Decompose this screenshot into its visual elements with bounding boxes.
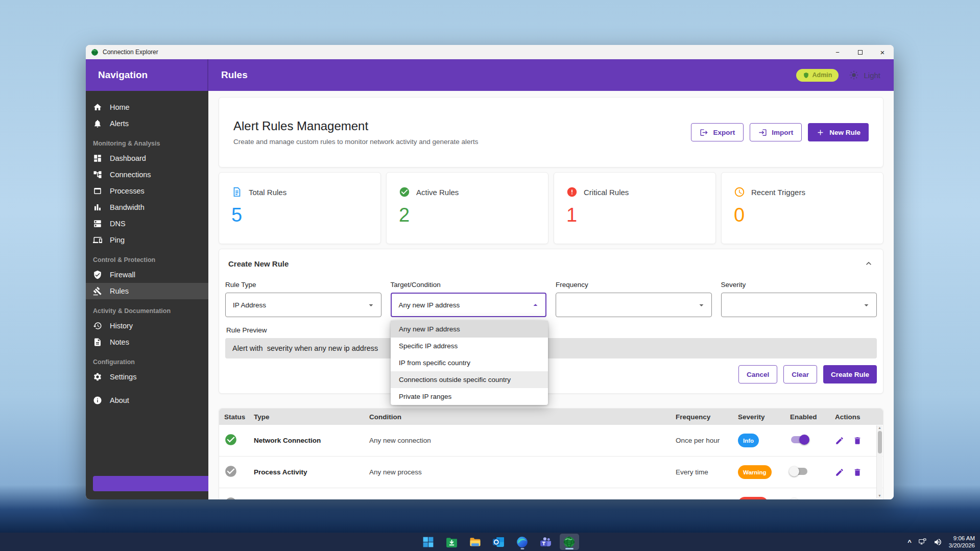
severity-badge: Critical — [738, 497, 768, 499]
taskbar-clock[interactable]: 9:06 AM 3/20/2026 — [949, 535, 975, 549]
taskbar-icon-edge[interactable] — [513, 534, 532, 550]
sidebar-item-settings[interactable]: Settings — [86, 369, 208, 385]
admin-badge[interactable]: Admin — [796, 69, 839, 82]
stat-card-critical-rules: Critical Rules 1 — [554, 172, 716, 244]
cancel-button[interactable]: Cancel — [738, 365, 777, 384]
bandwidth-icon — [93, 203, 102, 212]
field-target-condition: Target/Condition Any new IP address — [391, 281, 547, 317]
select-frequency[interactable] — [556, 293, 712, 317]
sidebar-item-connections[interactable]: Connections — [86, 166, 208, 183]
enabled-toggle[interactable] — [790, 498, 808, 499]
new-rule-button[interactable]: New Rule — [808, 123, 869, 141]
table-header: StatusTypeConditionFrequencySeverityEnab… — [219, 409, 883, 425]
maximize-button[interactable] — [849, 45, 871, 59]
sidebar-item-processes[interactable]: Processes — [86, 183, 208, 199]
select-severity[interactable] — [721, 293, 877, 317]
stat-value: 1 — [566, 205, 703, 225]
field-frequency: Frequency — [556, 281, 712, 317]
column-header: Enabled — [790, 413, 835, 421]
sidebar-item-firewall[interactable]: Firewall — [86, 267, 208, 283]
create-rule-title: Create New Rule — [228, 259, 289, 268]
table-row-process-activity: Process Activity Any new process Every t… — [219, 457, 883, 488]
import-button[interactable]: Import — [750, 123, 802, 141]
field-rule-type: Rule Type IP Address — [225, 281, 381, 317]
sidebar-item-history[interactable]: History — [86, 318, 208, 334]
column-header: Actions — [835, 413, 883, 421]
minimize-button[interactable]: − — [826, 45, 849, 59]
sidebar-section-control-protection: Control & Protection — [86, 248, 208, 267]
shield-icon — [803, 72, 809, 79]
downloads-icon — [445, 536, 458, 548]
status-icon — [224, 465, 237, 478]
stats-row: Total Rules 5 Active Rules 2 Critica — [219, 172, 883, 244]
stat-card-total-rules: Total Rules 5 — [219, 172, 381, 244]
clear-button[interactable]: Clear — [783, 365, 817, 384]
table-scrollbar[interactable]: ▲▼ — [876, 425, 882, 498]
column-header: Type — [254, 413, 369, 421]
dropdown-option-specific-ip-address[interactable]: Specific IP address — [391, 338, 548, 354]
table-row-domain-access: Domain Access Any new domain Every time … — [219, 488, 883, 499]
select-rule-type[interactable]: IP Address — [225, 293, 381, 317]
admin-label: Admin — [812, 71, 832, 79]
taskbar-icon-start[interactable] — [419, 534, 438, 550]
dropdown-option-any-new-ip-address[interactable]: Any new IP address — [391, 321, 548, 338]
sidebar-item-alerts[interactable]: Alerts — [86, 115, 208, 132]
edit-icon[interactable] — [835, 499, 844, 500]
page-header-card: Alert Rules Management Create and manage… — [219, 97, 883, 167]
export-icon — [700, 128, 708, 137]
delete-icon[interactable] — [853, 499, 862, 500]
page-title: Rules — [208, 69, 248, 81]
delete-icon[interactable] — [853, 468, 862, 477]
create-rule-card: Create New Rule Rule Type IP Address Tar — [219, 249, 883, 394]
start-icon — [422, 536, 435, 548]
column-header: Condition — [369, 413, 676, 421]
network-tray-icon[interactable] — [918, 538, 927, 546]
stat-value: 5 — [231, 205, 368, 225]
taskbar-icon-file-explorer[interactable] — [466, 534, 485, 550]
sidebar-section-monitoring-analysis: Monitoring & Analysis — [86, 132, 208, 150]
close-button[interactable]: × — [871, 45, 894, 59]
dropdown-option-ip-from-specific-country[interactable]: IP from specific country — [391, 354, 548, 371]
taskbar-icon-outlook[interactable] — [489, 534, 509, 550]
dns-icon — [93, 219, 102, 228]
sidebar-item-rules[interactable]: Rules — [86, 283, 208, 299]
theme-toggle[interactable]: Light — [849, 70, 880, 80]
delete-icon[interactable] — [853, 436, 862, 445]
column-header: Frequency — [676, 413, 738, 421]
app-window: Connection Explorer − × Navigation Rules… — [86, 45, 894, 499]
dropdown-option-private-ip-ranges[interactable]: Private IP ranges — [391, 388, 548, 405]
globe-icon — [563, 536, 576, 548]
check-circle-icon — [399, 186, 410, 198]
taskbar-icon-downloads[interactable] — [442, 534, 462, 550]
collapse-icon[interactable] — [864, 258, 874, 269]
sidebar-item-bandwidth[interactable]: Bandwidth — [86, 199, 208, 215]
notes-icon — [93, 338, 102, 347]
edge-icon — [516, 536, 529, 548]
sidebar-item-home[interactable]: Home — [86, 99, 208, 115]
export-button[interactable]: Export — [691, 123, 744, 141]
dropdown-option-connections-outside-specific-country[interactable]: Connections outside specific country — [391, 371, 548, 388]
sidebar-item-dashboard[interactable]: Dashboard — [86, 150, 208, 166]
stat-card-active-rules: Active Rules 2 — [386, 172, 548, 244]
home-icon — [93, 103, 102, 112]
import-icon — [758, 128, 767, 137]
edit-icon[interactable] — [835, 436, 844, 445]
app-icon — [91, 49, 99, 56]
file-explorer-icon — [469, 536, 482, 548]
edit-icon[interactable] — [835, 468, 844, 477]
sidebar-item-ping[interactable]: Ping — [86, 232, 208, 248]
select-target-condition[interactable]: Any new IP address — [391, 293, 547, 317]
target-condition-dropdown: Any new IP address Specific IP address I… — [391, 321, 548, 405]
sidebar-item-about[interactable]: About — [86, 392, 208, 409]
tray-chevron-icon[interactable]: ^ — [907, 538, 912, 546]
taskbar-icon-teams[interactable] — [536, 534, 556, 550]
enabled-toggle[interactable] — [790, 466, 808, 476]
taskbar-icon-globe[interactable] — [560, 534, 579, 550]
volume-tray-icon[interactable] — [934, 538, 942, 546]
sidebar-item-dns[interactable]: DNS — [86, 215, 208, 232]
titlebar: Connection Explorer − × — [86, 45, 894, 59]
create-rule-button[interactable]: Create Rule — [823, 365, 877, 384]
sidebar-item-notes[interactable]: Notes — [86, 334, 208, 350]
sidebar: Home Alerts Monitoring & Analysis Dashbo… — [86, 91, 208, 499]
enabled-toggle[interactable] — [790, 435, 808, 445]
